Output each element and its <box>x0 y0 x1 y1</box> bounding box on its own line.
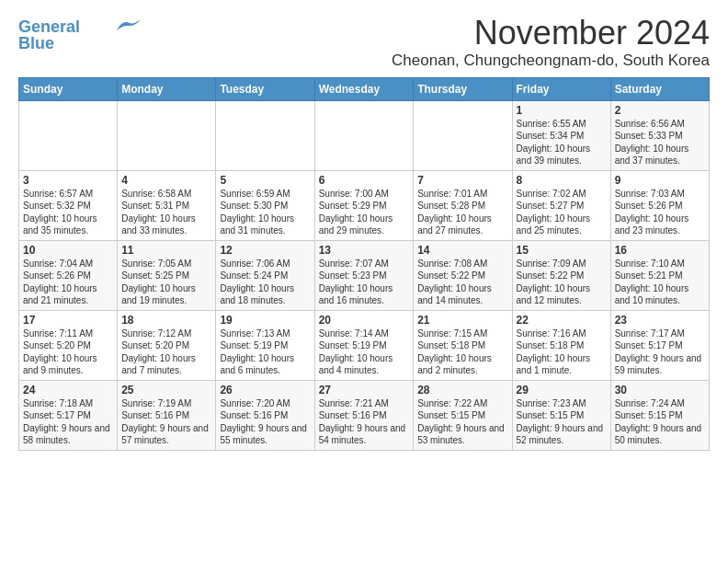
day-info: Sunrise: 7:04 AM Sunset: 5:26 PM Dayligh… <box>23 259 97 306</box>
day-info: Sunrise: 7:06 AM Sunset: 5:24 PM Dayligh… <box>220 259 294 306</box>
day-number: 28 <box>417 384 507 396</box>
day-info: Sunrise: 7:02 AM Sunset: 5:27 PM Dayligh… <box>517 189 591 236</box>
logo-text: General <box>18 18 80 35</box>
location-title: Cheonan, Chungcheongnam-do, South Korea <box>392 52 710 70</box>
calendar-cell: 3Sunrise: 6:57 AM Sunset: 5:32 PM Daylig… <box>19 170 118 240</box>
day-number: 12 <box>220 244 310 257</box>
calendar-cell: 15Sunrise: 7:09 AM Sunset: 5:22 PM Dayli… <box>512 240 610 310</box>
day-info: Sunrise: 7:01 AM Sunset: 5:28 PM Dayligh… <box>417 189 492 236</box>
day-info: Sunrise: 7:11 AM Sunset: 5:20 PM Dayligh… <box>23 328 97 376</box>
calendar-cell: 14Sunrise: 7:08 AM Sunset: 5:22 PM Dayli… <box>414 240 512 310</box>
calendar-cell: 4Sunrise: 6:58 AM Sunset: 5:31 PM Daylig… <box>118 170 216 240</box>
day-number: 21 <box>417 314 507 327</box>
day-info: Sunrise: 6:56 AM Sunset: 5:33 PM Dayligh… <box>615 119 689 167</box>
calendar-cell: 2Sunrise: 6:56 AM Sunset: 5:33 PM Daylig… <box>610 100 709 170</box>
calendar-cell <box>19 100 118 170</box>
calendar-cell: 30Sunrise: 7:24 AM Sunset: 5:15 PM Dayli… <box>610 380 709 450</box>
day-number: 30 <box>615 384 705 396</box>
calendar-cell: 12Sunrise: 7:06 AM Sunset: 5:24 PM Dayli… <box>216 240 314 310</box>
day-info: Sunrise: 7:10 AM Sunset: 5:21 PM Dayligh… <box>615 259 689 306</box>
calendar-cell <box>314 100 414 170</box>
day-number: 23 <box>615 314 705 327</box>
calendar-cell: 9Sunrise: 7:03 AM Sunset: 5:26 PM Daylig… <box>610 170 709 240</box>
calendar-table: SundayMondayTuesdayWednesdayThursdayFrid… <box>18 77 710 451</box>
calendar-cell: 6Sunrise: 7:00 AM Sunset: 5:29 PM Daylig… <box>314 170 414 240</box>
day-info: Sunrise: 7:13 AM Sunset: 5:19 PM Dayligh… <box>220 328 294 376</box>
day-number: 2 <box>615 104 705 117</box>
day-info: Sunrise: 7:21 AM Sunset: 5:16 PM Dayligh… <box>319 398 406 446</box>
calendar-cell: 10Sunrise: 7:04 AM Sunset: 5:26 PM Dayli… <box>19 240 118 310</box>
calendar-cell: 22Sunrise: 7:16 AM Sunset: 5:18 PM Dayli… <box>512 310 610 380</box>
day-number: 9 <box>615 174 705 187</box>
day-number: 10 <box>23 244 113 257</box>
calendar-cell: 1Sunrise: 6:55 AM Sunset: 5:34 PM Daylig… <box>512 100 610 170</box>
logo-bird-icon <box>115 17 141 34</box>
day-number: 15 <box>517 244 607 257</box>
calendar-cell <box>414 100 512 170</box>
day-info: Sunrise: 6:55 AM Sunset: 5:34 PM Dayligh… <box>517 119 591 167</box>
day-number: 5 <box>220 174 310 187</box>
day-number: 1 <box>517 104 607 117</box>
calendar-cell: 29Sunrise: 7:23 AM Sunset: 5:15 PM Dayli… <box>512 380 610 450</box>
day-info: Sunrise: 7:09 AM Sunset: 5:22 PM Dayligh… <box>517 259 591 306</box>
calendar-cell: 11Sunrise: 7:05 AM Sunset: 5:25 PM Dayli… <box>118 240 216 310</box>
day-number: 8 <box>517 174 607 187</box>
logo-text-blue: Blue <box>18 35 54 52</box>
calendar-cell: 13Sunrise: 7:07 AM Sunset: 5:23 PM Dayli… <box>314 240 414 310</box>
calendar-cell: 16Sunrise: 7:10 AM Sunset: 5:21 PM Dayli… <box>610 240 709 310</box>
day-info: Sunrise: 6:59 AM Sunset: 5:30 PM Dayligh… <box>220 189 294 236</box>
day-info: Sunrise: 7:23 AM Sunset: 5:15 PM Dayligh… <box>517 398 604 446</box>
day-number: 19 <box>220 314 310 327</box>
logo: General Blue <box>18 18 141 52</box>
page-header: General Blue November 2024 Cheonan, Chun… <box>18 15 710 70</box>
day-info: Sunrise: 6:58 AM Sunset: 5:31 PM Dayligh… <box>121 189 196 236</box>
calendar-cell: 21Sunrise: 7:15 AM Sunset: 5:18 PM Dayli… <box>414 310 512 380</box>
day-number: 3 <box>23 174 113 187</box>
calendar-cell <box>118 100 216 170</box>
day-info: Sunrise: 7:22 AM Sunset: 5:15 PM Dayligh… <box>417 398 505 446</box>
weekday-header: Wednesday <box>314 77 414 100</box>
day-info: Sunrise: 7:00 AM Sunset: 5:29 PM Dayligh… <box>319 189 393 236</box>
day-number: 20 <box>319 314 410 327</box>
day-number: 22 <box>517 314 607 327</box>
day-number: 18 <box>121 314 211 327</box>
calendar-cell <box>216 100 314 170</box>
day-info: Sunrise: 7:12 AM Sunset: 5:20 PM Dayligh… <box>121 328 196 376</box>
calendar-cell: 8Sunrise: 7:02 AM Sunset: 5:27 PM Daylig… <box>512 170 610 240</box>
day-number: 11 <box>121 244 211 257</box>
day-number: 14 <box>417 244 507 257</box>
day-number: 13 <box>319 244 410 257</box>
weekday-header: Sunday <box>19 77 118 100</box>
day-info: Sunrise: 7:20 AM Sunset: 5:16 PM Dayligh… <box>220 398 307 446</box>
day-info: Sunrise: 7:14 AM Sunset: 5:19 PM Dayligh… <box>319 328 393 376</box>
weekday-header: Tuesday <box>216 77 314 100</box>
day-info: Sunrise: 7:17 AM Sunset: 5:17 PM Dayligh… <box>615 328 702 376</box>
title-block: November 2024 Cheonan, Chungcheongnam-do… <box>392 15 710 70</box>
day-info: Sunrise: 7:03 AM Sunset: 5:26 PM Dayligh… <box>615 189 689 236</box>
calendar-cell: 26Sunrise: 7:20 AM Sunset: 5:16 PM Dayli… <box>216 380 314 450</box>
weekday-header: Thursday <box>414 77 512 100</box>
calendar-cell: 25Sunrise: 7:19 AM Sunset: 5:16 PM Dayli… <box>118 380 216 450</box>
calendar-cell: 23Sunrise: 7:17 AM Sunset: 5:17 PM Dayli… <box>610 310 709 380</box>
calendar-body: 1Sunrise: 6:55 AM Sunset: 5:34 PM Daylig… <box>19 100 710 450</box>
day-number: 25 <box>121 384 211 396</box>
month-title: November 2024 <box>392 15 710 52</box>
day-number: 4 <box>121 174 211 187</box>
calendar-cell: 19Sunrise: 7:13 AM Sunset: 5:19 PM Dayli… <box>216 310 314 380</box>
day-number: 16 <box>615 244 705 257</box>
weekday-header: Saturday <box>610 77 709 100</box>
calendar-cell: 27Sunrise: 7:21 AM Sunset: 5:16 PM Dayli… <box>314 380 414 450</box>
day-info: Sunrise: 7:19 AM Sunset: 5:16 PM Dayligh… <box>121 398 209 446</box>
day-info: Sunrise: 7:24 AM Sunset: 5:15 PM Dayligh… <box>615 398 702 446</box>
day-number: 7 <box>417 174 507 187</box>
day-info: Sunrise: 7:07 AM Sunset: 5:23 PM Dayligh… <box>319 259 393 306</box>
calendar-header: SundayMondayTuesdayWednesdayThursdayFrid… <box>19 77 710 100</box>
day-number: 26 <box>220 384 310 396</box>
day-number: 29 <box>517 384 607 396</box>
calendar-cell: 5Sunrise: 6:59 AM Sunset: 5:30 PM Daylig… <box>216 170 314 240</box>
calendar-cell: 28Sunrise: 7:22 AM Sunset: 5:15 PM Dayli… <box>414 380 512 450</box>
calendar-cell: 7Sunrise: 7:01 AM Sunset: 5:28 PM Daylig… <box>414 170 512 240</box>
calendar-cell: 17Sunrise: 7:11 AM Sunset: 5:20 PM Dayli… <box>19 310 118 380</box>
calendar-cell: 24Sunrise: 7:18 AM Sunset: 5:17 PM Dayli… <box>19 380 118 450</box>
day-number: 17 <box>23 314 113 327</box>
